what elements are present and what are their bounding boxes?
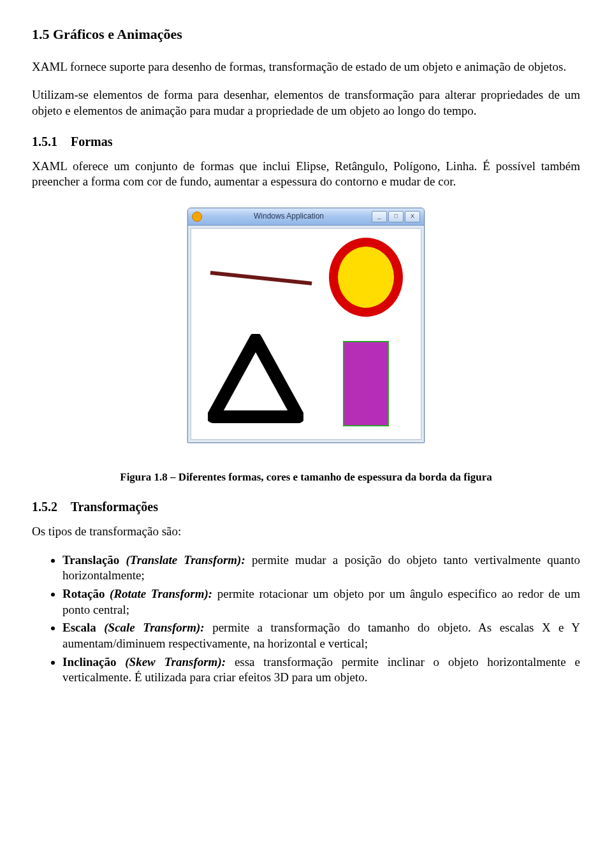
close-button[interactable]: X <box>405 211 420 222</box>
list-item: Translação (Translate Transform): permit… <box>62 553 580 584</box>
list-item: Rotação (Rotate Transform): permite rota… <box>62 586 580 618</box>
figure-1-8: Windows Application _ □ X <box>32 208 580 447</box>
item-em: (Scale Transform): <box>104 621 204 634</box>
app-icon <box>192 212 202 222</box>
window-titlebar: Windows Application _ □ X <box>188 208 424 226</box>
minimize-button[interactable]: _ <box>372 211 387 222</box>
item-em: (Rotate Transform): <box>110 587 212 600</box>
heading-1-5-2: 1.5.2 Transformações <box>32 498 580 515</box>
figure-caption: Figura 1.8 – Diferentes formas, cores e … <box>32 470 580 484</box>
window-title: Windows Application <box>206 212 372 222</box>
heading-number: 1.5.1 <box>32 133 68 150</box>
heading-number: 1.5.2 <box>32 498 68 515</box>
rectangle-shape <box>343 341 389 426</box>
item-label: Escala <box>62 621 104 634</box>
paragraph-intro-2: Utilizam-se elementos de forma para dese… <box>32 87 580 119</box>
item-label: Rotação <box>62 587 110 600</box>
list-item: Escala (Scale Transform): permite a tran… <box>62 620 580 651</box>
heading-title: Formas <box>71 134 113 148</box>
window-buttons: _ □ X <box>372 211 420 222</box>
item-em: (Translate Transform): <box>126 553 245 567</box>
transform-list: Translação (Translate Transform): permit… <box>32 553 580 686</box>
paragraph-intro-1: XAML fornece suporte para desenho de for… <box>32 59 580 75</box>
heading-title: Transformações <box>71 500 158 514</box>
item-em: (Skew Transform): <box>125 655 226 669</box>
item-label: Translação <box>62 553 126 567</box>
svg-marker-0 <box>213 339 298 417</box>
line-shape <box>210 271 312 286</box>
item-label: Inclinação <box>62 655 125 669</box>
app-window: Windows Application _ □ X <box>187 208 425 443</box>
maximize-button[interactable]: □ <box>388 211 404 222</box>
heading-1-5-1: 1.5.1 Formas <box>32 133 580 150</box>
heading-1-5: 1.5 Gráficos e Animações <box>32 25 580 44</box>
shapes-canvas <box>191 228 421 440</box>
ellipse-shape <box>329 238 403 317</box>
paragraph-formas: XAML oferece um conjunto de formas que i… <box>32 159 580 190</box>
paragraph-transform-intro: Os tipos de transformação são: <box>32 524 580 540</box>
triangle-shape <box>208 334 303 428</box>
list-item: Inclinação (Skew Transform): essa transf… <box>62 655 580 686</box>
